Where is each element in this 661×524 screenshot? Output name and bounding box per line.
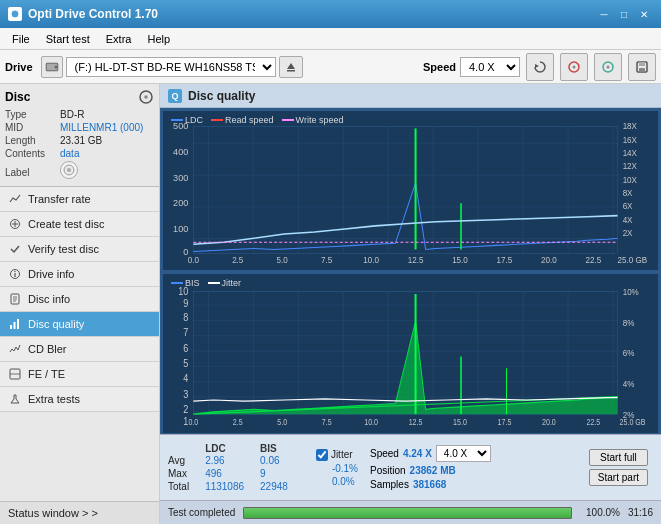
sidebar-nav: Transfer rate Create test disc Verify te… bbox=[0, 187, 159, 501]
sidebar-item-transfer-rate[interactable]: Transfer rate bbox=[0, 187, 159, 212]
ldc-chart-wrapper: LDC Read speed Write speed bbox=[160, 108, 661, 271]
svg-text:25.0 GB: 25.0 GB bbox=[618, 256, 648, 265]
svg-text:20.0: 20.0 bbox=[542, 417, 556, 427]
sidebar-item-cd-bler[interactable]: CD Bler bbox=[0, 337, 159, 362]
read-speed-legend-item: Read speed bbox=[211, 115, 274, 125]
menu-start-test[interactable]: Start test bbox=[38, 31, 98, 47]
bis-chart: BIS Jitter bbox=[162, 273, 659, 434]
svg-text:17.5: 17.5 bbox=[498, 417, 512, 427]
read-speed-legend-color bbox=[211, 119, 223, 121]
jitter-max-val: 0.0% bbox=[316, 476, 358, 487]
menu-help[interactable]: Help bbox=[139, 31, 178, 47]
svg-text:300: 300 bbox=[173, 173, 188, 183]
progress-area: Test completed 100.0% 31:16 bbox=[160, 500, 661, 524]
sidebar-item-drive-info[interactable]: Drive info bbox=[0, 262, 159, 287]
svg-text:0.0: 0.0 bbox=[188, 417, 198, 427]
charts-area: LDC Read speed Write speed bbox=[160, 108, 661, 434]
svg-point-8 bbox=[573, 65, 576, 68]
transfer-rate-icon bbox=[8, 192, 22, 206]
svg-text:16X: 16X bbox=[623, 136, 638, 145]
jitter-legend-color bbox=[208, 282, 220, 284]
disc-length-row: Length 23.31 GB bbox=[5, 135, 154, 146]
svg-rect-30 bbox=[14, 322, 16, 329]
disc-type-row: Type BD-R bbox=[5, 109, 154, 120]
svg-text:12.5: 12.5 bbox=[409, 417, 423, 427]
svg-text:22.5: 22.5 bbox=[585, 256, 601, 265]
jitter-checkbox[interactable] bbox=[316, 449, 328, 461]
cd-bler-icon bbox=[8, 342, 22, 356]
speed-label: Speed bbox=[370, 448, 399, 459]
sidebar-item-verify-test-disc[interactable]: Verify test disc bbox=[0, 237, 159, 262]
menu-extra[interactable]: Extra bbox=[98, 31, 140, 47]
drive-info-label: Drive info bbox=[28, 268, 74, 280]
svg-text:10.0: 10.0 bbox=[363, 256, 379, 265]
speed-select-stats[interactable]: 4.0 X bbox=[436, 445, 491, 462]
verify-test-disc-label: Verify test disc bbox=[28, 243, 99, 255]
menu-file[interactable]: File bbox=[4, 31, 38, 47]
svg-text:12.5: 12.5 bbox=[408, 256, 424, 265]
label-icon-button[interactable] bbox=[60, 161, 78, 179]
svg-rect-5 bbox=[287, 70, 295, 72]
jitter-area: Jitter -0.1% 0.0% bbox=[316, 449, 358, 487]
samples-label: Samples bbox=[370, 479, 409, 490]
svg-text:2X: 2X bbox=[623, 229, 633, 238]
status-window-label: Status window > > bbox=[8, 507, 98, 519]
svg-text:7.5: 7.5 bbox=[322, 417, 332, 427]
save-button[interactable] bbox=[628, 53, 656, 81]
main-layout: Disc Type BD-R MID MILLENMR1 (000) Lengt… bbox=[0, 84, 661, 524]
minimize-button[interactable]: ─ bbox=[595, 6, 613, 22]
status-window-button[interactable]: Status window > > bbox=[0, 501, 159, 524]
position-row: Position 23862 MB bbox=[370, 465, 491, 476]
disc-section: Disc Type BD-R MID MILLENMR1 (000) Lengt… bbox=[0, 84, 159, 187]
sidebar-item-extra-tests[interactable]: Extra tests bbox=[0, 387, 159, 412]
ldc-legend-color bbox=[171, 119, 183, 121]
start-part-button[interactable]: Start part bbox=[589, 469, 648, 486]
svg-marker-4 bbox=[287, 63, 295, 69]
transfer-rate-label: Transfer rate bbox=[28, 193, 91, 205]
svg-text:12X: 12X bbox=[623, 162, 638, 171]
position-label: Position bbox=[370, 465, 406, 476]
disc-quality-label: Disc quality bbox=[28, 318, 84, 330]
sidebar: Disc Type BD-R MID MILLENMR1 (000) Lengt… bbox=[0, 84, 160, 524]
sidebar-item-fe-te[interactable]: FE / TE bbox=[0, 362, 159, 387]
write-speed-legend-color bbox=[282, 119, 294, 121]
svg-point-3 bbox=[54, 65, 57, 68]
drive-select[interactable]: (F:) HL-DT-ST BD-RE WH16NS58 TST4 bbox=[66, 57, 276, 77]
disc-button-2[interactable] bbox=[594, 53, 622, 81]
sidebar-item-disc-quality[interactable]: Disc quality bbox=[0, 312, 159, 337]
sidebar-item-create-test-disc[interactable]: Create test disc bbox=[0, 212, 159, 237]
jitter-legend-text: Jitter bbox=[222, 278, 242, 288]
svg-point-10 bbox=[607, 65, 610, 68]
jitter-checkbox-label: Jitter bbox=[331, 449, 353, 460]
speed-select[interactable]: 4.0 X 1.0 X 2.0 X 6.0 X 8.0 X bbox=[460, 57, 520, 77]
samples-value: 381668 bbox=[413, 479, 446, 490]
svg-text:6X: 6X bbox=[623, 202, 633, 211]
refresh-button[interactable] bbox=[526, 53, 554, 81]
svg-text:200: 200 bbox=[173, 198, 188, 208]
col-header-empty bbox=[168, 443, 205, 454]
app-icon bbox=[8, 7, 22, 21]
svg-text:15.0: 15.0 bbox=[453, 417, 467, 427]
read-speed-legend-text: Read speed bbox=[225, 115, 274, 125]
disc-button-1[interactable] bbox=[560, 53, 588, 81]
disc-quality-icon bbox=[8, 317, 22, 331]
svg-text:25.0 GB: 25.0 GB bbox=[620, 417, 646, 427]
svg-text:18X: 18X bbox=[623, 122, 638, 131]
svg-text:7: 7 bbox=[183, 327, 188, 339]
sidebar-item-disc-info[interactable]: Disc info bbox=[0, 287, 159, 312]
disc-label-row: Label bbox=[5, 161, 154, 179]
close-button[interactable]: ✕ bbox=[635, 6, 653, 22]
svg-text:8%: 8% bbox=[623, 317, 635, 328]
start-full-button[interactable]: Start full bbox=[589, 449, 648, 466]
disc-section-label: Disc bbox=[5, 90, 30, 104]
stats-max-row: Max 496 9 bbox=[168, 467, 304, 480]
max-bis: 9 bbox=[260, 467, 304, 480]
eject-button[interactable] bbox=[279, 56, 303, 78]
svg-text:3: 3 bbox=[183, 388, 189, 400]
svg-text:5: 5 bbox=[183, 357, 189, 369]
maximize-button[interactable]: □ bbox=[615, 6, 633, 22]
svg-text:6: 6 bbox=[183, 342, 189, 354]
max-ldc: 496 bbox=[205, 467, 260, 480]
jitter-legend-item: Jitter bbox=[208, 278, 242, 288]
speed-row: Speed 4.24 X 4.0 X bbox=[370, 445, 491, 462]
